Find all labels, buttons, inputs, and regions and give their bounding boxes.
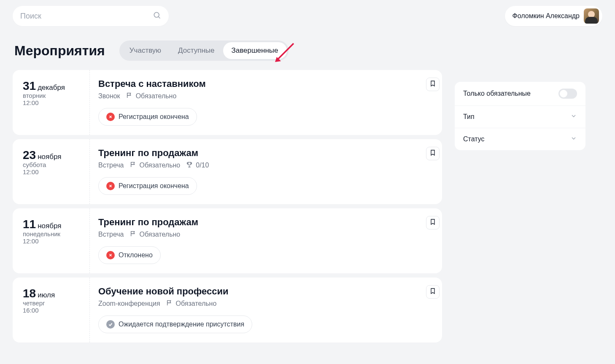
- status-badge: Ожидается подтверждение присутствия: [98, 315, 252, 333]
- bookmark-icon: [429, 80, 436, 89]
- event-card[interactable]: 18июля четверг 16:00 Обучение новой проф…: [13, 278, 442, 342]
- status-text: Регистрация окончена: [119, 113, 189, 121]
- toggle-mandatory[interactable]: [558, 89, 577, 99]
- arrow-annotation-icon: [272, 41, 296, 65]
- date-time: 12:00: [23, 168, 89, 175]
- event-type: Встреча: [98, 162, 124, 169]
- event-mandatory: Обязательно: [126, 92, 177, 100]
- bookmark-button[interactable]: [426, 285, 440, 299]
- date-time: 12:00: [23, 99, 89, 106]
- chevron-down-icon: [570, 135, 577, 143]
- event-title: Тренинг по продажам: [98, 217, 434, 228]
- event-date: 23ноября суббота 12:00: [13, 139, 90, 204]
- event-title: Встреча с наставником: [98, 78, 434, 89]
- flag-icon: [166, 299, 173, 308]
- date-month: ноября: [38, 222, 61, 230]
- event-title: Тренинг по продажам: [98, 148, 434, 159]
- check-icon: [106, 320, 115, 329]
- flag-icon: [130, 161, 137, 170]
- filter-status[interactable]: Статус: [455, 128, 585, 150]
- filter-panel: Только обязательные Тип Статус: [455, 82, 585, 150]
- date-day: 23: [23, 148, 36, 162]
- event-type: Zoom-конференция: [98, 300, 160, 307]
- flag-icon: [130, 230, 137, 239]
- event-type: Звонок: [98, 92, 120, 100]
- date-day: 18: [23, 287, 36, 300]
- svg-line-2: [277, 43, 294, 60]
- mandatory-label: Обязательно: [140, 231, 181, 238]
- bookmark-button[interactable]: [426, 78, 440, 91]
- flag-icon: [126, 92, 133, 100]
- status-badge: Регистрация окончена: [98, 108, 197, 126]
- trophy-icon: [186, 161, 193, 170]
- date-weekday: понедельник: [23, 230, 89, 237]
- filter-type-label: Тип: [463, 113, 475, 121]
- capacity-value: 0/10: [196, 162, 209, 169]
- search-box[interactable]: [13, 6, 169, 26]
- bookmark-icon: [429, 218, 436, 227]
- filter-mandatory-only[interactable]: Только обязательные: [455, 82, 585, 106]
- mandatory-label: Обязательно: [176, 300, 217, 307]
- event-capacity: 0/10: [186, 161, 209, 170]
- svg-point-0: [154, 12, 159, 17]
- status-text: Ожидается подтверждение присутствия: [119, 321, 244, 328]
- event-card[interactable]: 31декабря вторник 12:00 Встреча с настав…: [13, 70, 442, 135]
- date-day: 11: [23, 218, 36, 231]
- bookmark-icon: [429, 288, 436, 296]
- bookmark-button[interactable]: [426, 216, 440, 229]
- bookmark-button[interactable]: [426, 147, 440, 160]
- avatar: [584, 8, 599, 24]
- close-icon: [106, 113, 115, 121]
- status-text: Отклонено: [119, 251, 153, 259]
- event-mandatory: Обязательно: [130, 230, 181, 239]
- tab-available[interactable]: Доступные: [170, 42, 223, 59]
- event-mandatory: Обязательно: [130, 161, 181, 170]
- event-date: 18июля четверг 16:00: [13, 278, 90, 342]
- filter-mandatory-label: Только обязательные: [463, 90, 531, 97]
- user-name: Фоломкин Александр: [512, 12, 580, 20]
- date-month: июля: [38, 291, 55, 299]
- status-badge: Регистрация окончена: [98, 177, 197, 195]
- chevron-down-icon: [570, 113, 577, 121]
- search-icon: [153, 11, 161, 21]
- status-badge: Отклонено: [98, 246, 161, 264]
- svg-line-1: [159, 17, 160, 19]
- page-title: Мероприятия: [14, 43, 105, 59]
- bookmark-icon: [429, 149, 436, 158]
- event-date: 31декабря вторник 12:00: [13, 70, 90, 135]
- date-month: декабря: [38, 84, 65, 92]
- date-time: 16:00: [23, 307, 89, 314]
- user-badge[interactable]: Фоломкин Александр: [505, 6, 602, 26]
- tabs: Участвую Доступные Завершенные: [119, 40, 289, 61]
- mandatory-label: Обязательно: [140, 162, 181, 169]
- mandatory-label: Обязательно: [136, 92, 177, 100]
- event-date: 11ноября понедельник 12:00: [13, 208, 90, 273]
- date-weekday: суббота: [23, 161, 89, 168]
- event-card[interactable]: 23ноября суббота 12:00 Тренинг по продаж…: [13, 139, 442, 204]
- status-text: Регистрация окончена: [119, 182, 189, 190]
- date-month: ноября: [38, 153, 61, 161]
- event-card[interactable]: 11ноября понедельник 12:00 Тренинг по пр…: [13, 208, 442, 273]
- event-title: Обучение новой профессии: [98, 286, 434, 297]
- search-input[interactable]: [20, 12, 153, 21]
- date-time: 12:00: [23, 237, 89, 245]
- tab-participating[interactable]: Участвую: [121, 42, 170, 59]
- event-mandatory: Обязательно: [166, 299, 217, 308]
- date-weekday: четверг: [23, 299, 89, 307]
- close-icon: [106, 251, 115, 259]
- filter-status-label: Статус: [463, 135, 485, 143]
- date-day: 31: [23, 79, 36, 92]
- event-type: Встреча: [98, 231, 124, 238]
- date-weekday: вторник: [23, 92, 89, 99]
- filter-type[interactable]: Тип: [455, 106, 585, 128]
- close-icon: [106, 182, 115, 190]
